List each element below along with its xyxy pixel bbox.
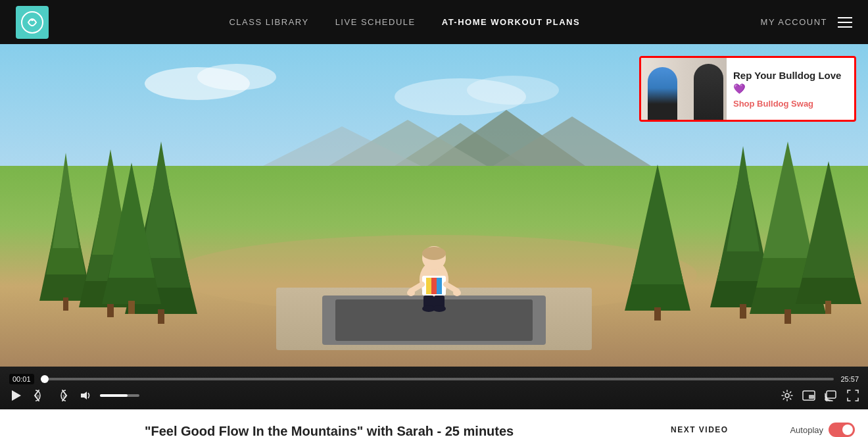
video-title: "Feel Good Flow In the Mountains" with S… [145, 423, 644, 437]
svg-point-48 [422, 247, 446, 260]
progress-fill [41, 378, 45, 380]
svg-rect-36 [784, 309, 791, 324]
svg-point-55 [407, 290, 415, 296]
svg-point-56 [453, 290, 461, 296]
svg-rect-52 [437, 278, 442, 294]
main-content: Rep Your Bulldog Love 💜 Shop Bulldog Swa… [0, 44, 868, 437]
next-video-label: NEXT VIDEO [671, 425, 729, 434]
site-logo[interactable] [16, 6, 49, 39]
svg-rect-50 [426, 278, 431, 294]
svg-point-0 [22, 12, 43, 33]
svg-point-4 [197, 64, 276, 90]
video-container: Rep Your Bulldog Love 💜 Shop Bulldog Swa… [0, 44, 868, 409]
main-nav: CLASS LIBRARY LIVE SCHEDULE AT-HOME WORK… [49, 17, 761, 27]
autoplay-row: Autoplay [790, 423, 855, 437]
rewind-button[interactable]: 10 [32, 388, 46, 403]
video-controls: 00:01 25:57 [0, 367, 868, 409]
volume-button[interactable] [79, 390, 91, 401]
svg-rect-68 [827, 391, 836, 398]
nav-live-schedule[interactable]: LIVE SCHEDULE [335, 17, 416, 27]
cast-button[interactable] [825, 390, 838, 401]
volume-fill [100, 394, 128, 397]
settings-button[interactable] [781, 390, 793, 401]
site-header: CLASS LIBRARY LIVE SCHEDULE AT-HOME WORK… [0, 0, 868, 44]
nav-workout-plans[interactable]: AT-HOME WORKOUT PLANS [442, 17, 580, 27]
autoplay-text: Autoplay [790, 425, 823, 435]
below-video: "Feel Good Flow In the Mountains" with S… [0, 409, 868, 437]
time-current: 00:01 [9, 374, 34, 384]
autoplay-toggle[interactable] [829, 423, 855, 437]
svg-rect-51 [431, 278, 437, 294]
controls-right [781, 390, 859, 401]
header-right: MY ACCOUNT [761, 17, 852, 28]
svg-rect-67 [809, 395, 814, 399]
video-scene[interactable]: Rep Your Bulldog Love 💜 Shop Bulldog Swa… [0, 44, 868, 367]
svg-rect-21 [107, 304, 114, 317]
svg-marker-61 [12, 390, 21, 401]
svg-point-60 [433, 305, 446, 312]
progress-bar-container: 00:01 25:57 [9, 374, 859, 384]
next-video-header: NEXT VIDEO Autoplay [671, 423, 855, 437]
svg-rect-39 [825, 301, 831, 314]
ad-image [641, 58, 727, 120]
volume-slider[interactable] [100, 394, 139, 397]
play-button[interactable] [9, 389, 22, 402]
svg-point-1 [31, 18, 34, 21]
hamburger-menu[interactable] [838, 17, 852, 28]
svg-text:10: 10 [35, 394, 39, 398]
progress-bar[interactable] [41, 378, 834, 380]
svg-text:10: 10 [62, 394, 67, 398]
ad-content: Rep Your Bulldog Love 💜 Shop Bulldog Swa… [727, 58, 854, 120]
svg-marker-64 [81, 392, 87, 399]
controls-left: 10 10 [9, 388, 139, 403]
next-video-panel: NEXT VIDEO Autoplay Bulldog Online Yoga … [671, 423, 868, 437]
progress-thumb [41, 375, 49, 383]
nav-class-library[interactable]: CLASS LIBRARY [229, 17, 308, 27]
pip-button[interactable] [802, 390, 815, 401]
ad-image-inner [641, 58, 727, 120]
svg-rect-25 [158, 309, 164, 324]
svg-rect-28 [128, 301, 135, 314]
svg-rect-42 [654, 307, 661, 321]
fullscreen-button[interactable] [847, 390, 859, 401]
ad-overlay[interactable]: Rep Your Bulldog Love 💜 Shop Bulldog Swa… [639, 56, 856, 122]
ad-title: Rep Your Bulldog Love 💜 [733, 69, 848, 95]
svg-rect-17 [63, 297, 68, 311]
svg-point-65 [785, 394, 789, 398]
video-info: "Feel Good Flow In the Mountains" with S… [0, 423, 658, 437]
controls-row: 10 10 [9, 388, 859, 403]
fastforward-button[interactable]: 10 [55, 388, 70, 403]
ad-link[interactable]: Shop Bulldog Swag [733, 99, 848, 109]
my-account-link[interactable]: MY ACCOUNT [761, 17, 827, 27]
svg-rect-32 [740, 304, 746, 319]
svg-point-6 [467, 76, 559, 105]
time-total: 25:57 [840, 375, 859, 383]
